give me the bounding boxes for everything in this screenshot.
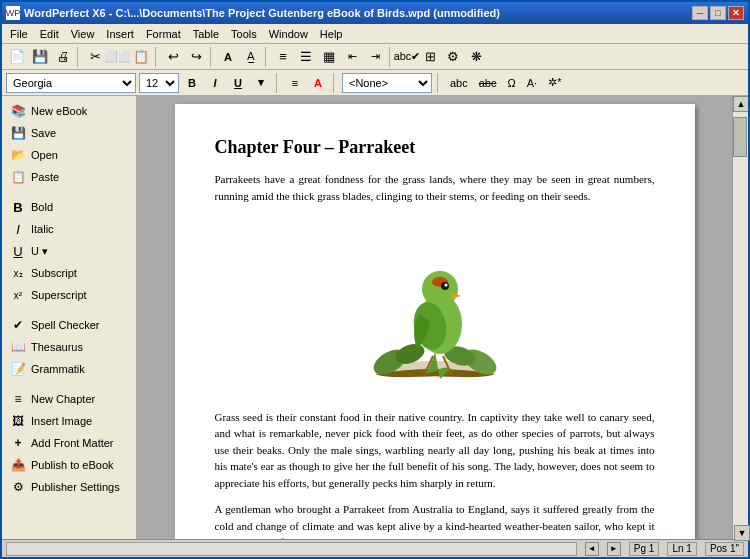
- toolbar-undo[interactable]: ↩: [162, 46, 184, 68]
- underline-dropdown[interactable]: ▾: [251, 73, 271, 93]
- toolbar-style2[interactable]: A̲: [240, 46, 262, 68]
- save-icon: 💾: [10, 125, 26, 141]
- app-window: WP WordPerfect X6 - C:\...\Documents\The…: [0, 0, 750, 559]
- toolbar-sep2: [155, 47, 159, 67]
- close-button[interactable]: ✕: [728, 6, 744, 20]
- title-bar: WP WordPerfect X6 - C:\...\Documents\The…: [2, 2, 748, 24]
- sidebar-item-italic[interactable]: I Italic: [2, 218, 136, 240]
- menu-help[interactable]: Help: [314, 26, 349, 42]
- sidebar-item-grammatik[interactable]: 📝 Grammatik: [2, 358, 136, 380]
- sidebar-item-open[interactable]: 📂 Open: [2, 144, 136, 166]
- superscript-icon: x²: [10, 287, 26, 303]
- toolbar-columns[interactable]: ▦: [318, 46, 340, 68]
- toolbar-table[interactable]: ⊞: [419, 46, 441, 68]
- sidebar-item-bold[interactable]: B Bold: [2, 196, 136, 218]
- sidebar-item-underline[interactable]: U U ▾: [2, 240, 136, 262]
- toolbar-star[interactable]: ❋: [465, 46, 487, 68]
- menu-format[interactable]: Format: [140, 26, 187, 42]
- scroll-right-button[interactable]: ►: [607, 542, 621, 556]
- sidebar-item-new-chapter[interactable]: ≡ New Chapter: [2, 388, 136, 410]
- publish-ebook-icon: 📤: [10, 457, 26, 473]
- sidebar-item-subscript[interactable]: x₂ Subscript: [2, 262, 136, 284]
- scroll-thumb[interactable]: [733, 117, 747, 157]
- scroll-down-button[interactable]: ▼: [734, 525, 748, 539]
- bold-button[interactable]: B: [182, 73, 202, 93]
- toolbar-paste[interactable]: 📋: [130, 46, 152, 68]
- toolbar-cut[interactable]: ✂: [84, 46, 106, 68]
- sidebar-item-insert-image[interactable]: 🖼 Insert Image: [2, 410, 136, 432]
- svg-point-6: [422, 271, 458, 307]
- subscript-icon: x₂: [10, 265, 26, 281]
- open-icon: 📂: [10, 147, 26, 163]
- menu-edit[interactable]: Edit: [34, 26, 65, 42]
- sidebar-item-thesaurus[interactable]: 📖 Thesaurus: [2, 336, 136, 358]
- toolbar-outdent[interactable]: ⇥: [364, 46, 386, 68]
- toolbar-redo[interactable]: ↪: [185, 46, 207, 68]
- sidebar-item-new-ebook[interactable]: 📚 New eBook: [2, 100, 136, 122]
- maximize-button[interactable]: □: [710, 6, 726, 20]
- sidebar-item-superscript[interactable]: x² Superscript: [2, 284, 136, 306]
- justify-button[interactable]: ≡: [285, 73, 305, 93]
- italic-button[interactable]: I: [205, 73, 225, 93]
- toolbar-new[interactable]: 📄: [6, 46, 28, 68]
- document-scroll[interactable]: Chapter Four – Parrakeet Parrakeets have…: [137, 96, 732, 539]
- sidebar-item-publisher-settings[interactable]: ⚙ Publisher Settings: [2, 476, 136, 498]
- paragraph-2: Grass seed is their constant food in the…: [215, 409, 655, 492]
- insert-image-icon: 🖼: [10, 413, 26, 429]
- sidebar: 📚 New eBook 💾 Save 📂 Open 📋 Paste B Bold: [2, 96, 137, 539]
- status-bar: ◄ ► Pg 1 Ln 1 Pos 1": [2, 539, 748, 557]
- sidebar-label-grammatik: Grammatik: [31, 363, 85, 375]
- menu-table[interactable]: Table: [187, 26, 225, 42]
- toolbar-list1[interactable]: ≡: [272, 46, 294, 68]
- sidebar-label-insert-image: Insert Image: [31, 415, 92, 427]
- sidebar-item-spell-checker[interactable]: ✔ Spell Checker: [2, 314, 136, 336]
- menu-view[interactable]: View: [65, 26, 101, 42]
- fmt-sep1: [276, 73, 280, 93]
- main-toolbar: 📄 💾 🖨 ✂ ⬜⬜ 📋 ↩ ↪ A A̲ ≡ ☰ ▦ ⇤ ⇥ abc✔ ⊞ ⚙…: [2, 44, 748, 70]
- sidebar-label-publish-ebook: Publish to eBook: [31, 459, 114, 471]
- toolbar-spellcheck[interactable]: abc✔: [396, 46, 418, 68]
- minimize-button[interactable]: ─: [692, 6, 708, 20]
- grammatik-icon: 📝: [10, 361, 26, 377]
- menu-window[interactable]: Window: [263, 26, 314, 42]
- format-bar: Georgia 12 B I U ▾ ≡ A <None> abc abc Ω …: [2, 70, 748, 96]
- toolbar-copy[interactable]: ⬜⬜: [107, 46, 129, 68]
- status-ln: Ln 1: [667, 542, 696, 556]
- scroll-up-button[interactable]: ▲: [733, 96, 748, 112]
- symbol-a-btn[interactable]: A·: [523, 73, 541, 93]
- sidebar-label-underline: U ▾: [31, 245, 48, 258]
- toolbar-save[interactable]: 💾: [29, 46, 51, 68]
- spell-checker-icon: ✔: [10, 317, 26, 333]
- new-chapter-icon: ≡: [10, 391, 26, 407]
- toolbar-misc[interactable]: ⚙: [442, 46, 464, 68]
- status-page: Pg 1: [629, 542, 660, 556]
- sidebar-item-paste[interactable]: 📋 Paste: [2, 166, 136, 188]
- spellcheck-live-btn2[interactable]: abc: [475, 73, 501, 93]
- sidebar-item-add-front-matter[interactable]: + Add Front Matter: [2, 432, 136, 454]
- symbol-star-btn[interactable]: ✲*: [544, 73, 565, 93]
- sidebar-item-publish-ebook[interactable]: 📤 Publish to eBook: [2, 454, 136, 476]
- sidebar-label-add-front-matter: Add Front Matter: [31, 437, 114, 449]
- symbol-omega-btn[interactable]: Ω: [504, 73, 520, 93]
- menu-file[interactable]: File: [4, 26, 34, 42]
- spellcheck-live-btn1[interactable]: abc: [446, 73, 472, 93]
- menu-bar: File Edit View Insert Format Table Tools…: [2, 24, 748, 44]
- font-select[interactable]: Georgia: [6, 73, 136, 93]
- underline-button[interactable]: U: [228, 73, 248, 93]
- color-button[interactable]: A: [308, 73, 328, 93]
- menu-insert[interactable]: Insert: [100, 26, 140, 42]
- fmt-sep3: [437, 73, 441, 93]
- style-select[interactable]: <None>: [342, 73, 432, 93]
- toolbar-font[interactable]: A: [217, 46, 239, 68]
- sidebar-label-italic: Italic: [31, 223, 54, 235]
- scroll-track[interactable]: [733, 112, 748, 539]
- horizontal-scrollbar[interactable]: [6, 542, 577, 556]
- sidebar-item-save[interactable]: 💾 Save: [2, 122, 136, 144]
- menu-tools[interactable]: Tools: [225, 26, 263, 42]
- toolbar-print[interactable]: 🖨: [52, 46, 74, 68]
- toolbar-indent[interactable]: ⇤: [341, 46, 363, 68]
- size-select[interactable]: 12: [139, 73, 179, 93]
- scroll-left-button[interactable]: ◄: [585, 542, 599, 556]
- toolbar-list2[interactable]: ☰: [295, 46, 317, 68]
- sidebar-label-new-chapter: New Chapter: [31, 393, 95, 405]
